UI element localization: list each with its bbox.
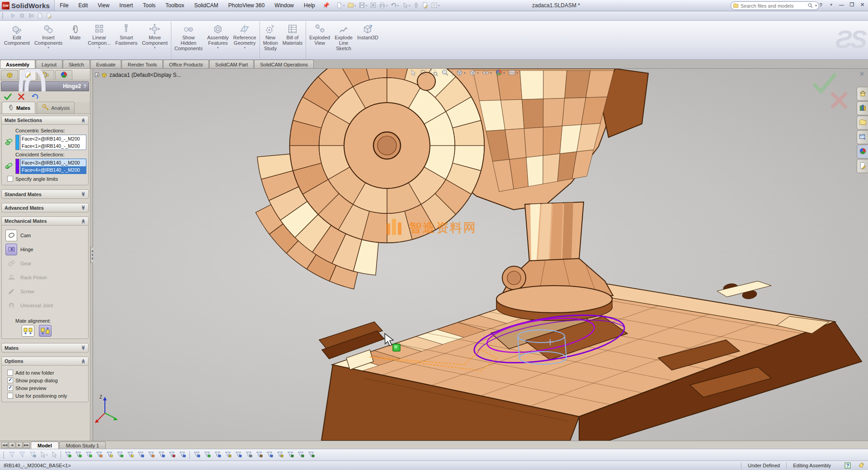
aligned-button[interactable] <box>22 325 34 337</box>
menu-item[interactable]: Window <box>269 0 299 11</box>
file-explorer-tab[interactable] <box>857 116 868 130</box>
undo-button[interactable]: ▾ <box>389 1 400 10</box>
filter-datum-targets[interactable] <box>264 450 275 460</box>
filter-surface-bodies[interactable] <box>94 450 104 460</box>
print-button[interactable]: ▾ <box>378 1 389 10</box>
button-mate[interactable]: Mate ▾ <box>65 22 85 59</box>
record-pause-button[interactable] <box>27 12 35 20</box>
menu-item[interactable]: Toolbox <box>160 0 189 11</box>
filter-sketches[interactable] <box>146 450 156 460</box>
undo-button[interactable] <box>31 93 39 101</box>
stop-macro-button[interactable] <box>18 12 26 20</box>
option-checkbox[interactable]: Show preview <box>7 385 85 391</box>
selection-list-item[interactable]: Face<4>@IRB140_-_M200 <box>21 166 86 174</box>
file-properties-button[interactable]: ▾ <box>421 1 429 10</box>
scene-icon[interactable]: ▾ <box>508 69 518 77</box>
study-tab[interactable]: Motion Study 1 <box>59 442 106 449</box>
macro-doc-button[interactable] <box>36 12 44 20</box>
filter-items[interactable] <box>28 450 38 460</box>
zoom-fit-icon[interactable]: ▾ <box>420 69 427 77</box>
3d-model[interactable]: Z <box>93 69 868 441</box>
pin-menu-icon[interactable]: 📌 <box>323 2 330 9</box>
filter-axes[interactable] <box>115 450 125 460</box>
magnifier-icon[interactable]: ▾ <box>441 69 449 77</box>
filter-routing-points[interactable] <box>306 450 316 460</box>
tree-expand-icon[interactable] <box>95 73 99 77</box>
commandmanager-tab[interactable]: Office Products <box>163 60 209 68</box>
menu-item[interactable]: File <box>55 0 73 11</box>
menu-item[interactable]: Insert <box>114 0 138 11</box>
design-library-tab[interactable] <box>857 101 868 115</box>
pm-tab[interactable]: Analysis <box>37 102 75 113</box>
hide-show-icon[interactable]: ▾ <box>482 69 492 77</box>
help-dropdown-icon[interactable]: ▾ <box>827 1 835 9</box>
options-header[interactable]: Options≪ <box>2 357 88 366</box>
commandmanager-tab[interactable]: SolidCAM Operations <box>254 60 314 68</box>
select-arrow[interactable]: ▾ <box>38 450 48 460</box>
custom-properties-tab[interactable] <box>857 159 868 173</box>
button-exploded-view[interactable]: Exploded View ▾ <box>306 22 332 59</box>
mechanical-mates-header[interactable]: Mechanical Mates≪ <box>2 217 88 226</box>
help-button[interactable]: ? <box>817 1 825 9</box>
cancel-button[interactable] <box>17 93 25 101</box>
menu-item[interactable]: SolidCAM <box>189 0 223 11</box>
filter-toggle[interactable] <box>7 450 17 460</box>
mates-header[interactable]: Mates≫ <box>2 343 88 352</box>
anti-aligned-button[interactable] <box>39 325 52 337</box>
open-file-button[interactable]: ▾ <box>346 1 357 10</box>
button-linear-component-pattern[interactable]: Linear Compon... ▾ <box>85 22 113 59</box>
filter-vertices[interactable] <box>63 450 73 460</box>
minimize-button[interactable]: — <box>838 1 845 9</box>
mate-type-item[interactable]: Hinge <box>5 243 85 256</box>
pm-help-button[interactable]: ? <box>83 84 86 89</box>
save-button[interactable]: ▾ <box>358 1 368 10</box>
select-arrow-icon[interactable]: ▾ <box>409 69 416 77</box>
button-smart-fasteners[interactable]: Smart Fasteners ▾ <box>113 22 140 59</box>
view-orientation-icon[interactable]: ▾ <box>456 69 466 77</box>
search-box[interactable]: ▾ <box>731 1 819 10</box>
button-insert-components[interactable]: Insert Components ▾ <box>32 22 65 59</box>
selection-list-item[interactable]: Face<3>@IRB140_-_M200 <box>21 159 86 166</box>
option-checkbox[interactable]: Show popup dialog <box>7 377 85 383</box>
menu-item[interactable]: View <box>93 0 114 11</box>
close-file-button[interactable]: ▾ <box>369 1 377 10</box>
appearances-scenes-tab[interactable] <box>857 145 868 159</box>
run-macro-button[interactable] <box>9 12 17 20</box>
filter-notes[interactable] <box>233 450 244 460</box>
button-move-component[interactable]: Move Component ▾ <box>140 22 170 59</box>
filter-connection-points[interactable] <box>296 450 306 460</box>
quick-tips-icon[interactable]: ? <box>844 462 851 469</box>
study-tab[interactable]: Model <box>31 442 59 449</box>
filter-blocks[interactable] <box>275 450 285 460</box>
filter-sketch-segments[interactable] <box>156 450 167 460</box>
view-palette-tab[interactable] <box>857 130 868 144</box>
toolbar-grip[interactable] <box>2 12 4 19</box>
magnified-selection[interactable] <box>48 450 59 460</box>
button-assembly-features[interactable]: Assembly Features ▾ <box>205 22 231 59</box>
filter-centerlines[interactable] <box>192 450 202 460</box>
options-button[interactable]: ▾ <box>430 1 441 10</box>
commandmanager-tab[interactable]: Layout <box>36 60 62 68</box>
selection-list-item[interactable]: Face<1>@IRB140_-_M200 <box>21 142 86 150</box>
filter-edges[interactable] <box>73 450 84 460</box>
coincident-selection-list[interactable]: Face<3>@IRB140_-_M200Face<4>@IRB140_-_M2… <box>20 159 86 174</box>
button-reference-geometry[interactable]: Reference Geometry ▾ <box>231 22 259 59</box>
standard-mates-header[interactable]: Standard Mates≫ <box>2 190 88 198</box>
toolbar-grip[interactable] <box>3 451 5 459</box>
option-checkbox[interactable]: Add to new folder <box>7 370 85 376</box>
pm-tab[interactable]: Mates <box>2 102 35 113</box>
rebuild-button[interactable]: ▾ <box>412 1 420 10</box>
clear-all-filters[interactable] <box>17 450 28 460</box>
first-tab-button[interactable]: ◀◀ <box>1 442 8 448</box>
prev-tab-button[interactable]: ◀ <box>9 442 15 448</box>
mate-selections-header[interactable]: Mate Selections≪ <box>2 116 88 125</box>
button-new-motion-study[interactable]: New Motion Study ▾ <box>259 22 280 59</box>
button-bill-of-materials[interactable]: Bill of Materials ▾ <box>280 22 305 59</box>
search-icon[interactable] <box>807 3 813 9</box>
search-input[interactable] <box>741 3 806 9</box>
new-file-button[interactable]: ▾ <box>335 1 346 10</box>
commandmanager-tab[interactable]: Assembly <box>0 60 35 68</box>
filter-datums[interactable] <box>244 450 254 460</box>
filter-faces[interactable] <box>84 450 94 460</box>
restore-button[interactable]: ❐ <box>848 1 856 9</box>
